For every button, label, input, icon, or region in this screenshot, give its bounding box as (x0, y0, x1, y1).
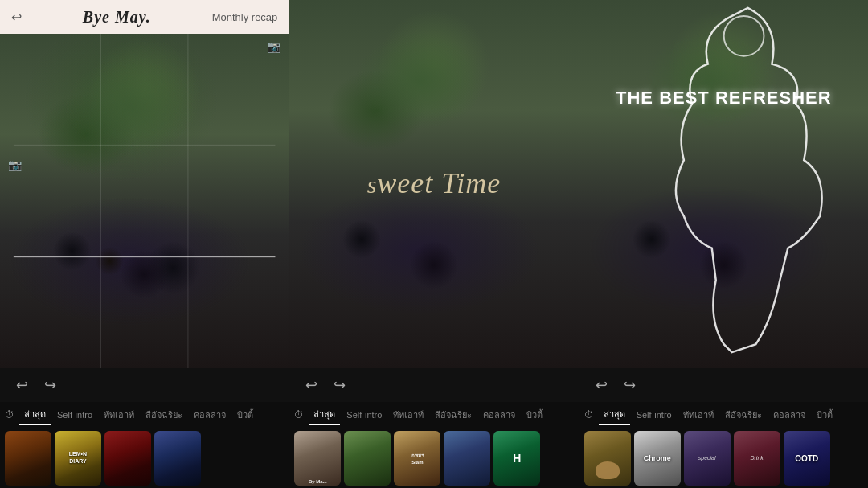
panel-3-image: THE BEST REFRESHER (579, 0, 868, 368)
thumbnail-item[interactable]: By Ma... (294, 431, 341, 486)
tab-selfintro-1[interactable]: Self-intro (52, 408, 97, 422)
panels-container: ↩ Bye May. Monthly recap 📷 📷 ↩ (0, 0, 868, 488)
panel-2-thumbnails: By Ma... กทมฯSiam H (289, 428, 578, 488)
tab-selfintro-3[interactable]: Self-intro (632, 408, 677, 422)
food-photo-2 (289, 0, 578, 368)
tab-collage-3[interactable]: คอลลาจ (768, 405, 810, 424)
tab-selfintro-2[interactable]: Self-intro (342, 408, 387, 422)
panel-1-tabs: ⏱ ล่าสุด Self-intro ทัทเอาท์ สีอัจฉริยะ … (0, 402, 289, 428)
app-header: ↩ Bye May. Monthly recap (0, 0, 289, 34)
panel-1-image: 📷 📷 (0, 34, 289, 368)
panel-1-thumbnails: LEM•NDIARY (0, 428, 289, 488)
panel-1-controls: ↩ ↪ (0, 368, 289, 402)
thumbnail-item[interactable]: special (684, 431, 731, 486)
undo-button[interactable]: ↩ (16, 376, 28, 394)
clock-icon-3: ⏱ (584, 409, 594, 420)
ootd-label: OOTD (795, 453, 818, 462)
tab-latest-1[interactable]: ล่าสุด (19, 404, 51, 425)
monthly-recap-link[interactable]: Monthly recap (212, 11, 278, 23)
redo-button[interactable]: ↪ (44, 376, 56, 394)
tab-beauty-2[interactable]: บิวตี้ (522, 405, 547, 424)
tab-color-2[interactable]: สีอัจฉริยะ (430, 405, 477, 424)
panel-3-controls: ↩ ↪ (579, 368, 868, 402)
chrome-label: Chrome (644, 454, 671, 462)
app-logo: Bye May. (83, 8, 151, 27)
thumbnail-item[interactable]: Drink (734, 431, 780, 486)
panel-2-image: sweet Time (289, 0, 578, 368)
thumbnail-item[interactable]: LEM•NDIARY (55, 431, 101, 486)
tab-tatout-2[interactable]: ทัทเอาท์ (388, 405, 428, 424)
share-icon[interactable]: ↩ (11, 10, 22, 25)
thumbnail-item[interactable] (344, 431, 391, 486)
tab-collage-2[interactable]: คอลลาจ (478, 405, 520, 424)
tab-collage-1[interactable]: คอลลาจ (189, 405, 231, 424)
thumbnail-item[interactable] (584, 431, 631, 486)
redo-button-2[interactable]: ↪ (334, 376, 346, 394)
panel-3-thumbnails: Chrome special Drink OOTD (579, 428, 868, 488)
thumbnail-chrome[interactable]: Chrome (634, 431, 681, 486)
food-photo-1 (0, 34, 289, 368)
panel-2-tabs: ⏱ ล่าสุด Self-intro ทัทเอาท์ สีอัจฉริยะ … (289, 402, 578, 428)
tab-color-1[interactable]: สีอัจฉริยะ (141, 405, 187, 424)
thumbnail-item[interactable]: กทมฯSiam (394, 431, 440, 486)
tab-beauty-3[interactable]: บิวตี้ (812, 405, 837, 424)
clock-icon: ⏱ (5, 409, 14, 420)
redo-button-3[interactable]: ↪ (624, 376, 636, 394)
panel-2-controls: ↩ ↪ (289, 368, 578, 402)
camera-icon-top: 📷 (267, 40, 280, 53)
camera-icon-bottom: 📷 (8, 158, 22, 171)
food-photo-3 (579, 0, 868, 368)
thumbnail-item[interactable]: H (493, 431, 540, 486)
tab-beauty-1[interactable]: บิวตี้ (232, 405, 258, 424)
thumbnail-item[interactable] (444, 431, 490, 486)
panel-1: ↩ Bye May. Monthly recap 📷 📷 ↩ (0, 0, 289, 488)
thumbnail-item[interactable] (5, 431, 51, 486)
clock-icon-2: ⏱ (294, 409, 304, 420)
tab-latest-2[interactable]: ล่าสุด (309, 404, 340, 425)
panel-2: sweet Time ↩ ↪ ⏱ ล่าสุด Self-intro ทัทเอ… (289, 0, 579, 488)
thumbnail-item[interactable] (104, 431, 151, 486)
undo-button-2[interactable]: ↩ (305, 376, 317, 394)
undo-button-3[interactable]: ↩ (596, 376, 608, 394)
tab-tatout-1[interactable]: ทัทเอาท์ (99, 405, 139, 424)
tab-color-3[interactable]: สีอัจฉริยะ (720, 405, 767, 424)
thumbnail-item[interactable]: OOTD (784, 431, 830, 486)
panel-3: THE BEST REFRESHER ↩ ↪ ⏱ ล่าสุด Self-int… (579, 0, 868, 488)
thumbnail-item[interactable] (154, 431, 201, 486)
panel-3-tabs: ⏱ ล่าสุด Self-intro ทัทเอาท์ สีอัจฉริยะ … (579, 402, 868, 428)
tab-latest-3[interactable]: ล่าสุด (599, 404, 630, 425)
tab-tatout-3[interactable]: ทัทเอาท์ (678, 405, 719, 424)
